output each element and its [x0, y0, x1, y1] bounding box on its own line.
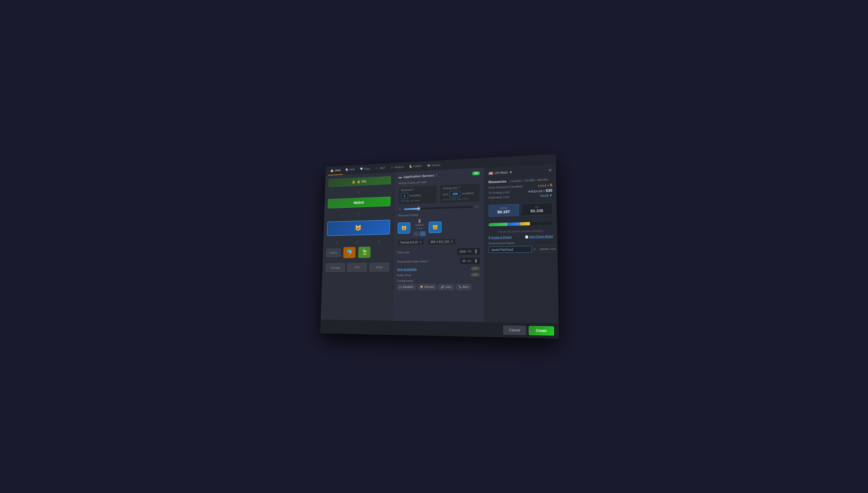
region-select[interactable]: 🇺🇸 US-West ▼ — [488, 170, 512, 175]
disk-limit-label: Disk Limit — [397, 251, 409, 254]
tab-java[interactable]: ☕ JAVA — [328, 166, 343, 175]
node-box-2[interactable]: 🐱 — [428, 221, 442, 233]
mongo-button[interactable]: 🍃 — [358, 246, 371, 258]
nginx-label: NGlnX — [354, 200, 364, 205]
env-name-input[interactable] — [488, 246, 532, 253]
plus-button[interactable]: + — [420, 231, 425, 236]
progress-yellow — [520, 222, 530, 225]
env-domain: jelastic.com — [537, 245, 559, 252]
reserved-unit: cloudlet(s) — [409, 194, 421, 197]
app-servers-toggle[interactable]: ON — [472, 171, 480, 175]
volumes-icon: 📦 — [420, 285, 423, 288]
dialog-wrapper: ☕ JAVA 🐘 PHP 💎 Ruby 〰 .NET ⬡ Node.js 🐍 — [316, 159, 552, 334]
jdk-version: JDK 1.8.0_131 — [430, 240, 449, 243]
region-dropdown-icon: ▼ — [509, 170, 512, 174]
progress-blue — [507, 222, 520, 226]
build-button[interactable]: Build — [369, 262, 390, 271]
tab-docker[interactable]: 🐳 Docker — [424, 160, 443, 170]
tomcat-select[interactable]: Tomcat 8.5.15 ▼ — [397, 238, 424, 246]
reserved-title: Reserved ? — [401, 187, 434, 192]
resources-title: Resources — [488, 179, 506, 184]
ssl-button[interactable]: 🔒 🔒 SSL — [328, 176, 391, 187]
build-label: Build — [376, 265, 382, 269]
region-label: US-West — [494, 170, 507, 174]
volumes-button[interactable]: 📦 Volumes — [417, 284, 437, 290]
vps-button[interactable]: VPS — [347, 263, 367, 272]
arrow-down-5: ↓ — [378, 239, 380, 243]
vertical-slider-track[interactable] — [404, 206, 472, 210]
cache-button[interactable]: Cache — [326, 248, 340, 257]
scaling-limit-unit: cloudlet(s) — [462, 192, 474, 195]
arrow-down-2: ↓ — [327, 210, 390, 217]
tomcat-version: Tomcat 8.5.15 — [400, 240, 418, 244]
scaling-limit-value: 256 — [450, 190, 460, 197]
lock-icon: 🔒 — [352, 180, 356, 184]
tab-nodejs[interactable]: ⬡ Node.js — [387, 162, 406, 172]
reserved-value-row: 1 cloudlet(s) — [401, 192, 435, 199]
variables-button[interactable]: {-} Variables — [396, 284, 416, 290]
right-header: 🇺🇸 US-West ▼ ✕ — [488, 167, 552, 177]
tab-php[interactable]: 🐘 PHP — [343, 165, 357, 174]
arrow-down-1: ↓ — [328, 188, 391, 195]
restart-delay-info-icon[interactable]: ? — [427, 260, 429, 263]
minus-button[interactable]: − — [413, 231, 419, 236]
scaling-limit-box: Scaling Limit ? up to 256 cloudlet(s) up… — [440, 183, 480, 203]
restart-delay-row: Sequential restart delay ? 30 sec ▲ ▼ — [397, 257, 480, 265]
create-button[interactable]: Create — [528, 326, 554, 336]
links-button[interactable]: 🔗 Links — [438, 284, 454, 290]
variables-icon: {-} — [399, 285, 402, 288]
cost-progress-bar — [488, 221, 553, 226]
mysql-button[interactable]: 🐬 — [343, 247, 355, 258]
ha-link[interactable]: High-Availability — [397, 267, 417, 271]
hourly-select[interactable]: hourly ▼ — [540, 193, 552, 197]
ipv4-row: Public IPv4 OFF — [397, 273, 480, 277]
slider-fill — [404, 208, 417, 210]
disk-limit-unit: GB — [467, 250, 471, 253]
quotas-link[interactable]: $ Quotas & Pricing — [488, 236, 511, 239]
arrows-row: ↓ ↓ ↓ — [327, 238, 390, 244]
python-icon: 🐍 — [409, 164, 413, 168]
tab-net[interactable]: 〰 .NET — [372, 163, 388, 173]
from-price-value: $0.157 — [491, 209, 516, 214]
restart-delay-unit: sec — [467, 259, 471, 262]
cancel-button[interactable]: Cancel — [503, 325, 526, 335]
scaling-limit-info-icon[interactable]: ? — [458, 186, 460, 189]
left-panel: 🔒 🔒 SSL ↓ NGlnX ↓ 🐱 ↓ ↓ ↓ — [320, 172, 395, 321]
ipv4-toggle[interactable]: OFF — [470, 273, 480, 277]
more-icon: 🔧 — [458, 285, 461, 288]
close-button[interactable]: ✕ — [548, 167, 552, 173]
main-dialog: ☕ JAVA 🐘 PHP 💎 Ruby 〰 .NET ⬡ Node.js 🐍 — [320, 154, 559, 339]
vps-label: VPS — [354, 265, 360, 269]
slider-min: 0 — [399, 208, 402, 211]
app-servers-info-icon[interactable]: ? — [436, 174, 437, 176]
more-button[interactable]: 🔧 More — [455, 284, 471, 290]
disk-stepper-down[interactable]: ▼ — [474, 251, 477, 254]
tomcat-button[interactable]: 🐱 — [327, 220, 390, 236]
to-price-box: TO $0.336 — [521, 202, 553, 216]
pricing-links: $ Quotas & Pricing 📄 How Pricing Works — [488, 235, 553, 239]
tab-net-label: .NET — [379, 166, 385, 170]
php-icon: 🐘 — [345, 168, 349, 172]
tab-ruby[interactable]: 💎 Ruby — [357, 164, 373, 174]
scaling-limit-prefix: up to — [443, 193, 448, 196]
tab-python-label: Python — [413, 164, 422, 167]
tab-nodejs-label: Node.js — [395, 165, 404, 168]
reserved-info-icon[interactable]: ? — [413, 188, 414, 191]
scaling-limit-sub: up to 32 GiB, 102.4 GHz — [443, 197, 477, 201]
jdk-select[interactable]: JDK 1.8.0_131 ▼ — [427, 238, 456, 245]
ha-toggle[interactable]: OFF — [470, 266, 480, 271]
hourly-label: hourly — [540, 194, 549, 197]
storage-button[interactable]: Storage — [326, 263, 345, 272]
app-servers-title: ▬ Application Servers ? — [399, 173, 437, 179]
how-pricing-link[interactable]: 📄 How Pricing Works — [525, 235, 553, 238]
delay-stepper-down[interactable]: ▼ — [474, 261, 477, 263]
reserved-value: 1 — [401, 193, 408, 199]
tab-python[interactable]: 🐍 Python — [406, 161, 424, 171]
scaling-limit-to-value: 4+512+14 = 530 — [528, 188, 552, 193]
links-label: Links — [445, 285, 451, 288]
env-check-icon: ✓ — [532, 247, 538, 251]
node-box-1[interactable]: 🐱 — [398, 222, 410, 233]
nginx-button[interactable]: NGlnX — [328, 196, 391, 208]
minus-plus-row: − + — [413, 231, 425, 236]
node-icon-1: 🐱 — [401, 225, 407, 231]
